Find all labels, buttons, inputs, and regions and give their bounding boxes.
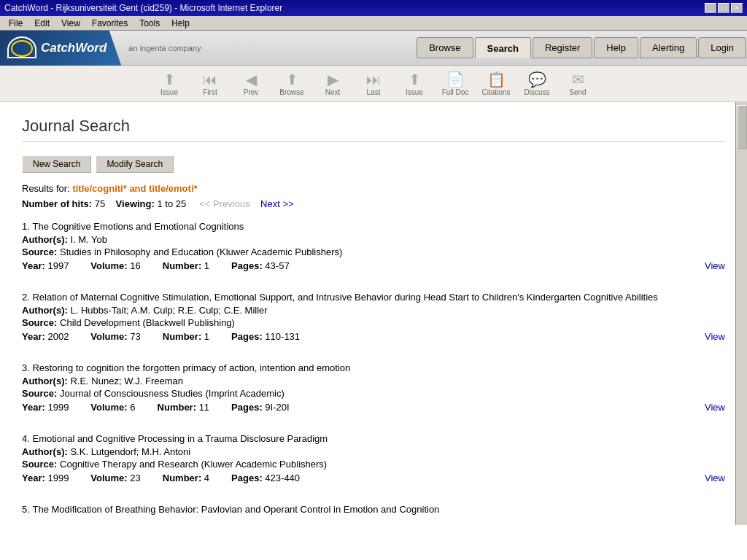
menu-help[interactable]: Help [166, 17, 196, 30]
hits-count: 75 [95, 198, 105, 209]
toolbar-first-label: First [203, 88, 217, 96]
result-2-view[interactable]: View [705, 331, 725, 342]
browse-icon: ⬆ [286, 71, 298, 88]
toolbar-issue[interactable]: ⬆ Issue [152, 71, 187, 96]
maximize-button[interactable]: □ [718, 3, 729, 13]
result-4-meta: Year: 1999 Volume: 23 Number: 4 Pages: 4… [22, 472, 725, 483]
window-title: CatchWord - Rijksuniversiteit Gent (cid2… [4, 3, 282, 13]
menu-favorites[interactable]: Favorites [86, 17, 133, 30]
nav-buttons: Browse Search Register Help Alerting Log… [416, 37, 747, 58]
result-1-source: Source: Studies in Philosophy and Educat… [22, 246, 725, 257]
nav-search[interactable]: Search [475, 37, 531, 58]
modify-search-button[interactable]: Modify Search [96, 155, 174, 173]
results-nav: Number of hits: 75 Viewing: 1 to 25 << P… [22, 198, 725, 209]
catchword-logo: CatchWord [41, 41, 107, 55]
nav-login[interactable]: Login [698, 37, 746, 58]
fulldoc-icon: 📄 [446, 71, 465, 88]
result-4-view[interactable]: View [705, 472, 725, 483]
toolbar-first[interactable]: ⏮ First [193, 71, 228, 96]
toolbar: ⬆ Issue ⏮ First ◀ Prev ⬆ Browse ▶ Next ⏭… [0, 66, 747, 102]
first-icon: ⏮ [203, 71, 217, 88]
menu-file[interactable]: File [3, 17, 28, 30]
next-icon: ▶ [328, 71, 338, 88]
toolbar-send-label: Send [569, 88, 586, 96]
viewing-range: 1 to 25 [157, 198, 186, 209]
toolbar-send[interactable]: ✉ Send [560, 71, 595, 96]
citations-icon: 📋 [487, 71, 506, 88]
toolbar-prev[interactable]: ◀ Prev [233, 71, 268, 96]
previous-link: << Previous [199, 198, 249, 209]
menu-edit[interactable]: Edit [28, 17, 55, 30]
nav-help[interactable]: Help [594, 37, 638, 58]
hits-label: Number of hits: [22, 198, 92, 209]
nav-browse[interactable]: Browse [417, 37, 473, 58]
results-info: Results for: title/cogniti* and title/em… [22, 183, 725, 194]
nav-alerting[interactable]: Alerting [640, 37, 697, 58]
viewing-label: Viewing: [116, 198, 155, 209]
result-item: 5. The Modification of Breathing Behavio… [22, 504, 725, 521]
send-icon: ✉ [572, 71, 584, 88]
result-1-authors: Author(s): I. M. Yob [22, 234, 725, 245]
next-link[interactable]: Next >> [260, 198, 294, 209]
toolbar-last[interactable]: ⏭ Last [356, 71, 391, 96]
result-4-source: Source: Cognitive Therapy and Research (… [22, 459, 725, 470]
result-item: 1. The Cognitive Emotions and Emotional … [22, 221, 725, 276]
result-2-title: 2. Relation of Maternal Cognitive Stimul… [22, 292, 725, 303]
result-4-title: 4. Emotional and Cognitive Processing in… [22, 433, 725, 444]
discuss-icon: 💬 [528, 71, 546, 88]
top-nav: CatchWord an ingenta company Browse Sear… [0, 31, 747, 66]
logo-area: CatchWord an ingenta company [0, 31, 201, 66]
minimize-button[interactable]: _ [705, 3, 716, 13]
result-3-meta: Year: 1999 Volume: 6 Number: 11 Pages: 9… [22, 402, 725, 413]
window-controls[interactable]: _ □ ✕ [705, 3, 743, 13]
toolbar-citations-label: Citations [482, 88, 511, 96]
issue2-icon: ⬆ [409, 71, 421, 88]
result-2-meta: Year: 2002 Volume: 73 Number: 1 Pages: 1… [22, 331, 725, 342]
toolbar-fulldoc-label: Full Doc [442, 88, 469, 96]
result-5-title: 5. The Modification of Breathing Behavio… [22, 504, 725, 515]
new-search-button[interactable]: New Search [22, 155, 91, 173]
result-2-source: Source: Child Development (Blackwell Pub… [22, 317, 725, 328]
result-4-authors: Author(s): S.K. Lutgendorf; M.H. Antoni [22, 446, 725, 457]
results-for-label: Results for: [22, 183, 70, 194]
query-text: title/cogniti* and title/emoti* [72, 183, 197, 194]
result-1-view[interactable]: View [705, 260, 725, 271]
menu-view[interactable]: View [55, 17, 86, 30]
result-item: 2. Relation of Maternal Cognitive Stimul… [22, 292, 725, 346]
result-3-source: Source: Journal of Consciousness Studies… [22, 388, 725, 399]
toolbar-issue2-label: Issue [406, 88, 423, 96]
result-3-title: 3. Restoring to cognition the forgotten … [22, 362, 725, 373]
toolbar-issue-label: Issue [160, 88, 178, 96]
toolbar-fulldoc[interactable]: 📄 Full Doc [438, 71, 473, 96]
toolbar-next[interactable]: ▶ Next [315, 71, 350, 96]
page-title: Journal Search [22, 117, 725, 142]
result-item: 3. Restoring to cognition the forgotten … [22, 362, 725, 417]
toolbar-discuss[interactable]: 💬 Discuss [519, 71, 554, 96]
close-button[interactable]: ✕ [731, 3, 743, 13]
toolbar-issue2[interactable]: ⬆ Issue [397, 71, 432, 96]
result-3-view[interactable]: View [705, 402, 725, 413]
title-bar: CatchWord - Rijksuniversiteit Gent (cid2… [0, 0, 747, 16]
result-3-authors: Author(s): R.E. Nunez; W.J. Freeman [22, 376, 725, 386]
toolbar-discuss-label: Discuss [524, 88, 549, 96]
toolbar-next-label: Next [325, 88, 341, 96]
ingenta-logo: an ingenta company [128, 44, 201, 52]
scrollbar[interactable] [735, 102, 747, 525]
toolbar-citations[interactable]: 📋 Citations [479, 71, 514, 96]
toolbar-prev-label: Prev [244, 88, 259, 96]
toolbar-browse[interactable]: ⬆ Browse [274, 71, 309, 96]
result-2-authors: Author(s): L. Hubbs-Tait; A.M. Culp; R.E… [22, 305, 725, 316]
menu-bar: File Edit View Favorites Tools Help [0, 16, 747, 31]
main-content: Journal Search New Search Modify Search … [0, 102, 747, 560]
prev-icon: ◀ [246, 71, 257, 88]
result-1-title: 1. The Cognitive Emotions and Emotional … [22, 221, 725, 232]
toolbar-last-label: Last [367, 88, 381, 96]
toolbar-browse-label: Browse [279, 88, 303, 96]
scrollbar-thumb[interactable] [737, 105, 747, 149]
last-icon: ⏭ [366, 71, 381, 88]
menu-tools[interactable]: Tools [133, 17, 166, 30]
result-1-meta: Year: 1997 Volume: 16 Number: 1 Pages: 4… [22, 260, 725, 271]
nav-register[interactable]: Register [533, 37, 592, 58]
result-item: 4. Emotional and Cognitive Processing in… [22, 433, 725, 488]
search-buttons: New Search Modify Search [22, 155, 725, 173]
